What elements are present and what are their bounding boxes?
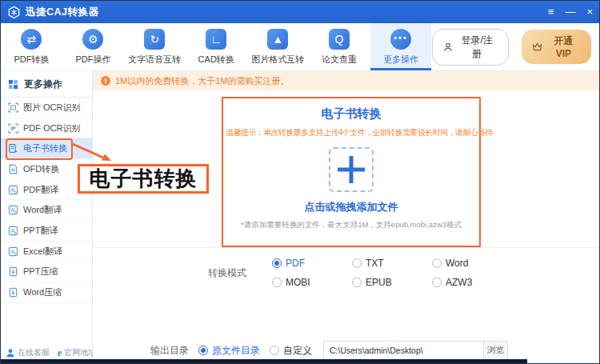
radio-label: AZW3 bbox=[446, 277, 472, 288]
add-file-dropzone[interactable] bbox=[329, 147, 374, 192]
close-icon[interactable]: × bbox=[586, 6, 593, 18]
toolbar-item-paper-check[interactable]: Q 论文查重 bbox=[309, 23, 370, 70]
crown-icon bbox=[532, 42, 542, 51]
login-register-button[interactable]: 登录/注册 bbox=[432, 29, 509, 66]
toolbar-item-label: 文字语音互转 bbox=[128, 54, 181, 66]
radio-label: 自定义 bbox=[283, 344, 312, 358]
open-vip-label: 开通VIP bbox=[546, 34, 581, 59]
radio-azw3[interactable]: AZW3 bbox=[432, 273, 512, 292]
ofd-doc-icon bbox=[8, 164, 18, 174]
notice-text: 1M以内的免费转换，大于1M的需购买注册。 bbox=[115, 75, 290, 87]
sidebar-item-label: PPT翻译 bbox=[23, 225, 58, 237]
section-divider bbox=[93, 247, 599, 248]
sidebar-item-label: 图片 OCR识别 bbox=[23, 102, 81, 114]
radio-mobi[interactable]: MOBI bbox=[272, 273, 352, 292]
sidebar-item-label: Word翻译 bbox=[23, 204, 62, 216]
toolbar-item-more-operations[interactable]: ••• 更多操作 bbox=[370, 23, 432, 70]
radio-label: Word bbox=[446, 258, 468, 269]
pdf-operations-icon: ⚙ bbox=[82, 29, 103, 50]
svg-text:b: b bbox=[14, 231, 17, 235]
sidebar-item-word-translate[interactable]: Ab Word翻译 bbox=[1, 200, 92, 221]
radio-original-directory[interactable]: 原文件目录 bbox=[198, 344, 260, 358]
image-format-icon: ▲ bbox=[267, 29, 288, 50]
radio-icon bbox=[270, 346, 279, 355]
radio-icon bbox=[432, 278, 442, 287]
radio-txt[interactable]: TXT bbox=[352, 254, 432, 273]
output-path-input[interactable] bbox=[323, 341, 483, 361]
annotation-arrow-icon bbox=[70, 140, 118, 167]
minimize-icon[interactable]: — bbox=[565, 6, 575, 18]
radio-pdf[interactable]: PDF bbox=[272, 254, 352, 273]
official-website-link[interactable]: e 官网地址 bbox=[58, 347, 96, 359]
menu-icon[interactable]: ≡ bbox=[548, 6, 554, 18]
sidebar-item-label: PDF OCR识别 bbox=[23, 122, 81, 134]
panel-title: 电子书转换 bbox=[223, 106, 479, 122]
sidebar-item-image-ocr[interactable]: 图片 OCR识别 bbox=[1, 98, 92, 118]
upload-hint[interactable]: 点击或拖拽添加文件 bbox=[223, 200, 479, 214]
scan-pdf-icon bbox=[8, 123, 18, 134]
app-logo-icon bbox=[7, 6, 21, 19]
open-vip-button[interactable]: 开通VIP bbox=[522, 30, 591, 64]
output-directory-row: 输出目录 原文件目录 自定义 浏览 bbox=[150, 340, 508, 361]
compress-icon bbox=[8, 266, 18, 277]
toolbar-item-pdf-convert[interactable]: ⇄ PDF转换 bbox=[1, 23, 62, 70]
translate-icon: Ab bbox=[8, 205, 18, 215]
toolbar: ⇄ PDF转换 ⚙ PDF操作 ↻ 文字语音互转 ∟ CAD转换 ▲ 图片格式互… bbox=[1, 23, 599, 71]
toolbar-item-cad-convert[interactable]: ∟ CAD转换 bbox=[186, 23, 247, 70]
translate-icon: Ab bbox=[8, 246, 18, 257]
sidebar-item-label: PDF翻译 bbox=[23, 184, 58, 196]
radio-epub[interactable]: EPUB bbox=[352, 273, 432, 292]
upload-note: *请添加需要转换的文件，最大支持1M，支持epub,mobi,azw3格式 bbox=[223, 220, 479, 230]
radio-label: TXT bbox=[366, 258, 384, 269]
radio-label: PDF bbox=[286, 258, 305, 269]
ebook-convert-panel: 电子书转换 温馨提示：单次转换最多支持上传4个文件，全部转换需要较长时间，请耐心… bbox=[222, 97, 481, 247]
annotation-callout: 电子书转换 bbox=[78, 164, 209, 194]
customer-service-icon bbox=[6, 348, 15, 358]
window-title: 迅捷CAJ转换器 bbox=[26, 6, 99, 19]
warning-icon: ! bbox=[101, 76, 110, 86]
sidebar: 更多操作 图片 OCR识别 PDF OCR识别 电子书转换 bbox=[1, 71, 93, 364]
radio-custom-directory[interactable]: 自定义 bbox=[270, 344, 312, 358]
online-service-link[interactable]: 在线客服 bbox=[6, 347, 50, 358]
translate-icon: Ab bbox=[8, 185, 18, 195]
radio-label: 原文件目录 bbox=[212, 344, 260, 358]
paper-check-icon: Q bbox=[329, 29, 350, 50]
sidebar-item-label: PPT压缩 bbox=[23, 266, 58, 278]
radio-label: MOBI bbox=[286, 277, 310, 288]
toolbar-item-label: CAD转换 bbox=[198, 54, 234, 66]
panel-tip: 温馨提示：单次转换最多支持上传4个文件，全部转换需要较长时间，请耐心等待 bbox=[223, 127, 479, 138]
browse-button[interactable]: 浏览 bbox=[483, 341, 508, 361]
radio-icon bbox=[432, 258, 442, 268]
sidebar-item-pdf-ocr[interactable]: PDF OCR识别 bbox=[1, 118, 92, 139]
output-directory-label: 输出目录 bbox=[150, 344, 189, 358]
sidebar-item-ppt-compress[interactable]: PPT压缩 bbox=[1, 262, 92, 283]
compress-icon bbox=[8, 287, 18, 298]
toolbar-item-label: 更多操作 bbox=[383, 54, 418, 66]
sidebar-item-word-compress[interactable]: Word压缩 bbox=[1, 282, 92, 303]
toolbar-item-label: PDF操作 bbox=[75, 54, 110, 66]
toolbar-item-label: 图片格式互转 bbox=[251, 54, 304, 66]
sidebar-item-label: Word压缩 bbox=[23, 286, 62, 298]
sidebar-item-ppt-translate[interactable]: Ab PPT翻译 bbox=[1, 221, 92, 242]
svg-text:b: b bbox=[14, 190, 17, 194]
radio-icon bbox=[272, 278, 282, 287]
toolbar-item-text-speech[interactable]: ↻ 文字语音互转 bbox=[124, 23, 186, 70]
text-speech-icon: ↻ bbox=[144, 29, 165, 50]
main-content: ! 1M以内的免费转换，大于1M的需购买注册。 电子书转换 温馨提示：单次转换最… bbox=[93, 71, 599, 364]
convert-mode-options: PDF TXT Word MOBI EPUB bbox=[272, 254, 512, 292]
svg-text:b: b bbox=[14, 210, 17, 214]
website-e-icon: e bbox=[58, 347, 62, 359]
scan-image-icon bbox=[8, 102, 18, 113]
radio-word[interactable]: Word bbox=[432, 254, 512, 273]
radio-icon bbox=[272, 258, 282, 268]
sidebar-item-excel-translate[interactable]: Ab Excel翻译 bbox=[1, 242, 92, 262]
pdf-convert-icon: ⇄ bbox=[21, 29, 42, 50]
sidebar-header-label: 更多操作 bbox=[24, 78, 62, 91]
sidebar-item-label: OFD转换 bbox=[23, 163, 59, 175]
radio-icon bbox=[352, 278, 362, 287]
sidebar-header: 更多操作 bbox=[1, 71, 92, 98]
toolbar-item-pdf-operations[interactable]: ⚙ PDF操作 bbox=[62, 23, 124, 70]
toolbar-item-image-format[interactable]: ▲ 图片格式互转 bbox=[247, 23, 309, 70]
radio-icon bbox=[352, 258, 362, 268]
toolbar-item-label: 论文查重 bbox=[322, 54, 357, 66]
